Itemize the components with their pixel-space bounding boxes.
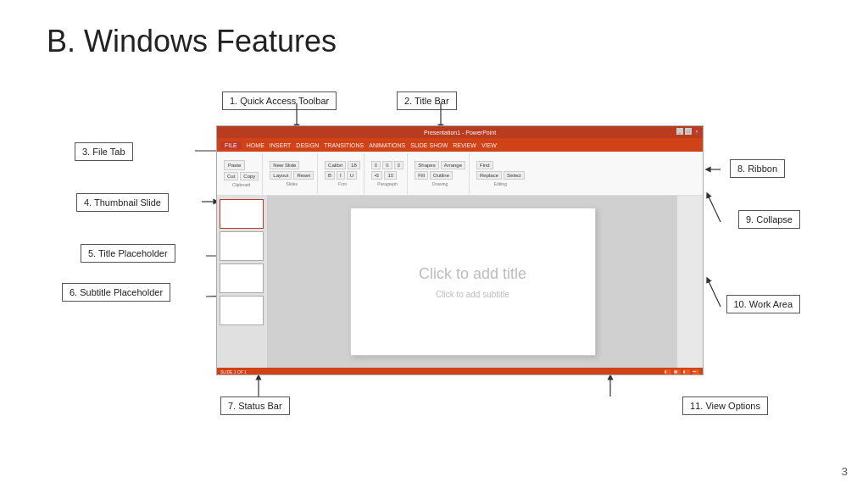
label-work-area: 10. Work Area (726, 295, 801, 313)
new-slide-btn[interactable]: New Slide (270, 161, 299, 169)
tab-transitions[interactable]: TRANSITIONS (324, 142, 364, 148)
view-normal-btn[interactable]: ▮ (665, 369, 671, 374)
tab-insert[interactable]: INSERT (270, 142, 292, 148)
replace-btn[interactable]: Replace (476, 171, 502, 180)
ppt-content-area: Click to add title Click to add subtitle (217, 196, 703, 368)
status-slide-count: SLIDE 1 OF 1 (220, 369, 247, 374)
slide-subtitle-placeholder: Click to add subtitle (436, 290, 509, 299)
bold-btn[interactable]: B (325, 171, 335, 180)
tab-home[interactable]: HOME (247, 142, 264, 148)
label-subtitle-placeholder: 6. Subtitle Placeholder (62, 283, 170, 302)
underline-btn[interactable]: U (347, 171, 357, 180)
ribbon-group-clipboard: Paste Cut Copy Clipboard (220, 153, 263, 194)
tab-design[interactable]: DESIGN (296, 142, 319, 148)
ribbon-group-editing: Find Replace Select Editing (473, 153, 528, 194)
page-title: B. Windows Features (47, 24, 337, 59)
ppt-window-controls[interactable]: _ □ × (676, 128, 700, 135)
ppt-ribbon: Paste Cut Copy Clipboard New Slide Layou… (217, 152, 703, 196)
align-center-btn[interactable]: ≡ (382, 161, 392, 169)
label-title-placeholder: 5. Title Placeholder (81, 244, 175, 263)
slide-thumbnail-4[interactable] (220, 296, 264, 325)
tab-review[interactable]: REVIEW (453, 142, 476, 148)
minimize-btn[interactable]: _ (676, 128, 683, 135)
ppt-workspace: Click to add title Click to add subtitle (268, 196, 677, 368)
find-btn[interactable]: Find (476, 161, 493, 169)
slide-title-placeholder: Click to add title (419, 265, 526, 283)
label-title-bar: 2. Title Bar (397, 92, 457, 110)
slide-thumbnail-1[interactable] (220, 199, 264, 229)
font-btn[interactable]: Calibri (325, 161, 346, 169)
label-quick-access: 1. Quick Access Toolbar (222, 92, 337, 110)
label-status-bar: 7. Status Bar (220, 396, 290, 415)
label-collapse: 9. Collapse (738, 210, 800, 229)
outline-btn[interactable]: Outline (430, 171, 453, 180)
tab-animations[interactable]: ANIMATIONS (369, 142, 405, 148)
ribbon-group-slides: New Slide Layout Reset Slides (266, 153, 318, 194)
close-btn[interactable]: × (693, 128, 700, 135)
select-btn[interactable]: Select (504, 171, 525, 180)
tab-slideshow[interactable]: SLIDE SHOW (410, 142, 448, 148)
align-right-btn[interactable]: ≡ (394, 161, 404, 169)
maximize-btn[interactable]: □ (685, 128, 692, 135)
layout-btn[interactable]: Layout (270, 171, 292, 180)
shapes-btn[interactable]: Shapes (415, 161, 438, 169)
ribbon-group-paragraph: ≡ ≡ ≡ •≡ 1≡ Paragraph (368, 153, 409, 194)
label-ribbon: 8. Ribbon (730, 159, 785, 178)
ppt-title-bar: Presentation1 - PowerPoint _ □ × (217, 126, 703, 138)
file-tab-btn[interactable]: FILE (220, 141, 242, 149)
copy-btn[interactable]: Copy (240, 172, 259, 180)
svg-line-9 (708, 280, 721, 307)
ppt-slide-panel (217, 196, 268, 368)
zoom-slider[interactable]: ━━ (693, 369, 699, 374)
status-right-controls: ▮ ▮▮ ▮ ━━ (665, 369, 699, 374)
ppt-ribbon-tabs: FILE HOME INSERT DESIGN TRANSITIONS ANIM… (217, 138, 703, 152)
ppt-status-bar: SLIDE 1 OF 1 ▮ ▮▮ ▮ ━━ (217, 368, 703, 375)
reset-btn[interactable]: Reset (293, 171, 314, 180)
slide-thumbnail-2[interactable] (220, 231, 264, 261)
numbering-btn[interactable]: 1≡ (384, 171, 397, 180)
arrange-btn[interactable]: Arrange (441, 161, 465, 169)
label-file-tab: 3. File Tab (75, 142, 133, 161)
ribbon-group-font: Calibri 18 B I U Font (321, 153, 364, 194)
ppt-slide-main[interactable]: Click to add title Click to add subtitle (350, 208, 596, 356)
ppt-window: Presentation1 - PowerPoint _ □ × FILE HO… (216, 125, 704, 375)
tab-view[interactable]: VIEW (481, 142, 497, 148)
paste-btn[interactable]: Paste (224, 160, 245, 170)
svg-line-8 (708, 195, 721, 222)
italic-btn[interactable]: I (337, 171, 345, 180)
ribbon-group-drawing: Shapes Arrange Fill Outline Drawing (411, 153, 470, 194)
font-size-btn[interactable]: 18 (348, 161, 360, 169)
slide-thumbnail-3[interactable] (220, 263, 264, 293)
cut-btn[interactable]: Cut (224, 172, 238, 180)
label-view-options: 11. View Options (682, 396, 768, 415)
bullets-btn[interactable]: •≡ (371, 171, 383, 180)
ppt-right-panel (677, 196, 703, 368)
label-thumbnail-slide: 4. Thumbnail Slide (76, 193, 169, 212)
page-number: 3 (842, 465, 848, 478)
view-reading-btn[interactable]: ▮ (683, 369, 690, 374)
fill-btn[interactable]: Fill (415, 171, 428, 180)
align-left-btn[interactable]: ≡ (371, 161, 381, 169)
view-slide-sorter-btn[interactable]: ▮▮ (674, 369, 681, 374)
